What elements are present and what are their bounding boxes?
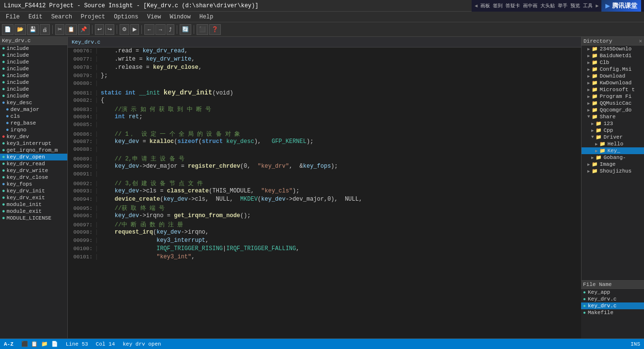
code-line[interactable]: 00096: key_dev->irqno = get_irqno_from_n… <box>68 212 581 221</box>
code-line[interactable]: 00093: key_dev->cls = class_create(THIS_… <box>68 188 581 196</box>
file-item[interactable]: ●Key_app <box>581 289 644 296</box>
dir-item[interactable]: ▶📁Config.Msi <box>582 66 644 73</box>
dir-item[interactable]: ▶📁Gobang- <box>582 154 644 161</box>
code-line[interactable]: 00077: .write = key_drv_write, <box>68 56 581 64</box>
code-line[interactable]: 00086: // 1， 设 定 一 个 全 局 的 设 备 对 象 <box>68 130 581 138</box>
code-line[interactable]: 00081:static int __init key_drv_init(voi… <box>68 89 581 97</box>
code-line[interactable]: 00078: .release = key_drv_close, <box>68 64 581 72</box>
tree-item[interactable]: ●module_init <box>0 201 67 208</box>
tree-item[interactable]: ●get_irqno_from_m <box>0 147 67 154</box>
code-line[interactable]: 00092: // 3,创 建 设 备 节 点 文 件 <box>68 179 581 188</box>
menu-search[interactable]: Search <box>47 13 76 21</box>
dir-item[interactable]: ▶📁Clb <box>582 59 644 66</box>
dir-item[interactable]: ▶📁Shoujizhus <box>582 168 644 174</box>
tb-run[interactable]: ▶ <box>130 24 139 35</box>
tree-item[interactable]: ●include <box>0 52 67 59</box>
directory-panel-content[interactable]: ▶📁2345Downlo▶📁BaiduNetdi▶📁Clb▶📁Config.Ms… <box>582 46 644 280</box>
tree-item[interactable]: ●include <box>0 79 67 86</box>
tree-item[interactable]: ●key_drv_write <box>0 167 67 174</box>
dir-item[interactable]: ▶📁123 <box>582 120 644 127</box>
code-line[interactable]: 00095: //获 取 终 端 号 <box>68 204 581 212</box>
tb-debug1[interactable]: ⬛ <box>197 24 208 35</box>
menu-edit[interactable]: Edit <box>25 13 46 21</box>
code-line[interactable]: 00101: "key3_int", <box>68 254 581 262</box>
code-area[interactable]: 00076: .read = key_drv_read,00077: .writ… <box>68 48 581 338</box>
file-item[interactable]: ●Key_drv.c <box>581 296 644 302</box>
code-line[interactable]: 00088: <box>68 146 581 155</box>
tree-item[interactable]: ●include <box>0 45 67 52</box>
code-line[interactable]: 00083: //演 示 如 何 获 取 到 中 断 号 <box>68 105 581 113</box>
toolbar-jushou[interactable]: 举手 <box>558 2 567 9</box>
menu-file[interactable]: File <box>2 13 24 21</box>
dir-item[interactable]: ▶📁KwDownload <box>582 79 644 86</box>
code-line[interactable]: 00094: device_create(key_dev->cls, NULL,… <box>68 196 581 204</box>
code-line[interactable]: 00082:{ <box>68 97 581 105</box>
tree-item[interactable]: ●key_drv_read <box>0 160 67 167</box>
tree-item[interactable]: ●include <box>0 65 67 72</box>
tree-item[interactable]: ●MODULE_LICENSE <box>0 215 67 222</box>
code-line[interactable]: 00087: key_dev = kzalloc(sizeof(struct k… <box>68 138 581 146</box>
dir-item[interactable]: ▶📁Qqcomgr_do <box>582 107 644 113</box>
toolbar-datoupie[interactable]: 大头贴 <box>540 2 555 9</box>
menu-options[interactable]: Options <box>110 13 142 21</box>
tb-open[interactable]: 📂 <box>15 24 26 35</box>
tb-copy[interactable]: 📋 <box>65 24 77 35</box>
tree-item[interactable]: ●dev_major <box>0 106 67 113</box>
tb-print[interactable]: 🖨 <box>40 24 50 35</box>
tb-redo[interactable]: ↪ <box>105 24 114 35</box>
directory-close[interactable]: ✕ <box>639 38 642 44</box>
dir-item[interactable]: ▶📁Image <box>582 161 644 168</box>
tree-item[interactable]: ●cls <box>0 113 67 120</box>
code-line[interactable]: 00089: // 2,申 请 主 设 备 号 <box>68 155 581 163</box>
tree-item[interactable]: ●irqno <box>0 127 67 133</box>
tree-item[interactable]: ●key_drv_close <box>0 174 67 181</box>
menu-window[interactable]: Window <box>166 13 195 21</box>
file-panel-content[interactable]: ●Key_app●Key_drv.c●key_drv.c●Makefile <box>581 289 644 338</box>
code-line[interactable]: 00097: //中 断 函 数 的 注 册 <box>68 221 581 229</box>
file-item[interactable]: ●Makefile <box>581 309 644 316</box>
tree-item[interactable]: ●include <box>0 72 67 79</box>
code-line[interactable]: 00099: key3_interrupt, <box>68 237 581 245</box>
code-line[interactable]: 00091: <box>68 171 581 179</box>
tb-sync[interactable]: 🔄 <box>180 24 191 35</box>
dir-item[interactable]: ▶📁Cpp <box>582 127 644 134</box>
menu-view[interactable]: View <box>143 13 165 21</box>
tb-new[interactable]: 📄 <box>2 24 14 35</box>
tb-jump[interactable]: ⤴ <box>167 24 174 35</box>
toolbar-yulan[interactable]: 预览 <box>570 2 580 9</box>
tree-item[interactable]: ●key3_interrupt <box>0 140 67 147</box>
toolbar-gongju[interactable]: 工具 <box>583 2 593 9</box>
code-line[interactable]: 00098: request_irq(key_dev->irqno, <box>68 229 581 237</box>
code-line[interactable]: 00100: IRQF_TRIGGER_RISING|IRQF_TRIGGER_… <box>68 245 581 254</box>
tb-back[interactable]: ← <box>144 24 154 35</box>
tree-item[interactable]: ●key_dev <box>0 133 67 140</box>
tb-debug2[interactable]: ❓ <box>209 24 221 35</box>
tree-item[interactable]: ●include <box>0 59 67 65</box>
code-line[interactable]: 00076: .read = key_drv_read, <box>68 48 581 56</box>
file-item[interactable]: ●key_drv.c <box>581 302 644 309</box>
dir-item[interactable]: ▼📁Share <box>582 113 644 120</box>
dir-item[interactable]: ▶📁Hello <box>582 141 644 147</box>
tree-item[interactable]: ●reg_base <box>0 120 67 127</box>
dir-item[interactable]: ▶📁BaiduNetdi <box>582 52 644 59</box>
tree-item[interactable]: ●key_drv_exit <box>0 194 67 201</box>
code-line[interactable]: 00079:}; <box>68 72 581 80</box>
menu-project[interactable]: Project <box>77 13 109 21</box>
code-line[interactable]: 00080: <box>68 80 581 89</box>
tb-paste[interactable]: 📌 <box>78 24 90 35</box>
tree-item[interactable]: ●key_drv_open <box>0 154 67 160</box>
code-line[interactable]: 00090: key_dev->dev_major = register_chr… <box>68 163 581 171</box>
tb-undo[interactable]: ↩ <box>95 24 104 35</box>
dir-item[interactable]: ▶📁2345Downlo <box>582 46 644 52</box>
tree-item[interactable]: ●key_fops <box>0 181 67 188</box>
dir-item[interactable]: ▶📁QQMusicCac <box>582 100 644 107</box>
toolbar-huazhonghua[interactable]: 画中画 <box>523 2 537 9</box>
tree-item[interactable]: ●include <box>0 86 67 93</box>
tb-save[interactable]: 💾 <box>27 24 39 35</box>
toolbar-dayka[interactable]: 答疑卡 <box>506 2 520 9</box>
tb-build[interactable]: ⚙ <box>120 24 129 35</box>
tb-cut[interactable]: ✂ <box>55 24 64 35</box>
code-line[interactable]: 00085: <box>68 122 581 130</box>
tree-item[interactable]: ●key_desc <box>0 99 67 106</box>
tree-item[interactable]: ●key_drv_init <box>0 188 67 194</box>
